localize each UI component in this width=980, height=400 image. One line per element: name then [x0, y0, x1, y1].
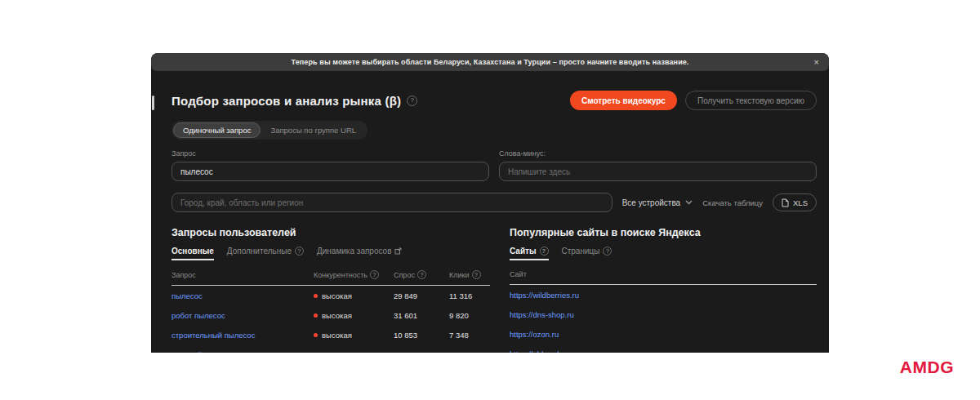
tab-sites[interactable]: Сайты ?: [510, 247, 549, 260]
demand-value: 29 849: [394, 291, 444, 300]
download-table-label: Скачать таблицу: [702, 198, 763, 207]
col-site: Сайт: [510, 270, 527, 278]
title-wrap: Подбор запросов и анализ рынка (β) ?: [172, 94, 417, 108]
query-link[interactable]: строительный пылесос: [172, 331, 309, 340]
queries-table-header: Запрос Конкурентность ? Спрос ? Клики ?: [172, 270, 490, 286]
tab-pages[interactable]: Страницы ?: [562, 247, 612, 260]
queries-section-title: Запросы пользователей: [172, 227, 490, 238]
clicks-value: 9 820: [449, 311, 490, 320]
clicks-value: 11 316: [449, 291, 490, 300]
tab-main-queries[interactable]: Основные: [172, 247, 214, 260]
tab-pages-label: Страницы: [562, 247, 600, 256]
table-row: https://wildberries.ru: [510, 285, 817, 304]
help-icon[interactable]: ?: [407, 96, 417, 106]
competition-cell: высокая: [314, 291, 389, 300]
watch-video-button[interactable]: Смотреть видеокурс: [570, 91, 677, 110]
xls-download-button[interactable]: XLS: [773, 193, 817, 211]
col-competition-label: Конкурентность: [314, 271, 368, 279]
region-row: Все устройства Скачать таблицу XLS: [172, 193, 817, 212]
tab-additional-queries[interactable]: Дополнительные ?: [227, 247, 304, 260]
query-form: Запрос Слова-минус:: [172, 149, 817, 181]
demand-value: 31 601: [394, 311, 444, 320]
sites-table-header: Сайт: [510, 270, 817, 285]
col-demand: Спрос ?: [394, 270, 444, 279]
devices-value: Все устройства: [622, 198, 681, 207]
popular-sites-section: Популярные сайты в поиске Яндекса Сайты …: [510, 227, 817, 353]
text-version-button[interactable]: Получить текстовую версию: [685, 91, 817, 110]
query-input[interactable]: [172, 162, 489, 181]
demand-value: 15 229: [394, 350, 444, 353]
table-row: моющий пылесос высокая 15 229 6 250: [172, 344, 490, 353]
table-row: пылесос высокая 29 849 11 316: [172, 286, 490, 305]
site-link[interactable]: https://wildberries.ru: [510, 291, 579, 300]
tab-query-dynamics[interactable]: Динамика запросов: [317, 247, 403, 260]
amdg-logo: AMDG: [900, 358, 954, 377]
competition-cell: высокая: [314, 331, 389, 340]
query-link[interactable]: моющий пылесос: [172, 350, 309, 353]
header-row: Подбор запросов и анализ рынка (β) ? Смо…: [172, 91, 817, 110]
competition-value: высокая: [322, 311, 352, 320]
user-queries-section: Запросы пользователей Основные Дополните…: [172, 227, 490, 353]
tab-sites-label: Сайты: [510, 247, 537, 256]
table-row: https://dns-shop.ru: [510, 304, 817, 324]
xls-label: XLS: [793, 198, 808, 207]
tab-additional-label: Дополнительные: [227, 247, 292, 256]
status-dot: [314, 333, 318, 337]
tab-main-label: Основные: [172, 247, 214, 256]
tab-url-group[interactable]: Запросы по группе URL: [261, 122, 366, 138]
devices-dropdown[interactable]: Все устройства: [622, 198, 693, 207]
question-icon: ?: [295, 247, 304, 256]
notice-text: Теперь вы можете выбирать области Белару…: [292, 58, 689, 66]
question-icon[interactable]: ?: [472, 270, 481, 279]
page-title: Подбор запросов и анализ рынка (β): [172, 94, 401, 108]
queries-tabs: Основные Дополнительные ? Динамика запро…: [172, 247, 490, 260]
query-link[interactable]: робот пылесос: [172, 311, 309, 320]
col-competition: Конкурентность ?: [314, 270, 389, 279]
document-icon: [782, 198, 789, 207]
col-demand-label: Спрос: [394, 271, 415, 279]
clicks-value: 7 348: [449, 331, 490, 340]
table-row: строительный пылесос высокая 10 853 7 34…: [172, 325, 490, 344]
competition-value: высокая: [322, 291, 352, 300]
question-icon: ?: [603, 247, 612, 256]
tab-single-query[interactable]: Одиночный запрос: [173, 122, 261, 138]
table-row: https://ozon.ru: [510, 324, 817, 344]
demand-value: 10 853: [394, 331, 444, 340]
notice-banner: Теперь вы можете выбирать области Белару…: [151, 53, 829, 71]
minus-words-field-group: Слова-минус:: [499, 149, 817, 181]
competition-cell: высокая: [314, 311, 389, 320]
close-icon[interactable]: ×: [814, 58, 819, 67]
status-dot: [314, 294, 318, 298]
competition-value: высокая: [322, 350, 352, 353]
site-link[interactable]: https://eldorado.ru: [510, 349, 572, 353]
question-icon: ?: [540, 247, 549, 256]
scrollbar-thumb[interactable]: [152, 96, 154, 110]
competition-cell: высокая: [314, 350, 389, 353]
external-link-icon: [394, 247, 402, 255]
chevron-down-icon: [685, 200, 693, 205]
status-dot: [314, 313, 318, 318]
results-columns: Запросы пользователей Основные Дополните…: [172, 227, 817, 353]
header-actions: Смотреть видеокурс Получить текстовую ве…: [570, 91, 817, 110]
tab-dynamics-label: Динамика запросов: [317, 247, 392, 256]
page: Теперь вы можете выбирать области Белару…: [0, 0, 980, 400]
panel-content: Подбор запросов и анализ рынка (β) ? Смо…: [151, 91, 829, 353]
region-input[interactable]: [172, 193, 612, 212]
site-link[interactable]: https://ozon.ru: [510, 330, 559, 339]
col-query: Запрос: [172, 271, 309, 279]
col-clicks: Клики ?: [449, 270, 490, 279]
query-link[interactable]: пылесос: [172, 291, 309, 300]
sites-tabs: Сайты ? Страницы ?: [510, 247, 817, 260]
status-dot: [314, 353, 318, 353]
table-row: https://eldorado.ru: [510, 344, 817, 353]
site-link[interactable]: https://dns-shop.ru: [510, 310, 574, 319]
wordstat-panel: Теперь вы можете выбирать области Белару…: [151, 53, 829, 353]
question-icon[interactable]: ?: [417, 270, 426, 279]
mode-tabs: Одиночный запрос Запросы по группе URL: [172, 121, 368, 140]
query-label: Запрос: [172, 149, 489, 158]
query-field-group: Запрос: [172, 149, 489, 181]
sites-section-title: Популярные сайты в поиске Яндекса: [510, 227, 817, 238]
question-icon[interactable]: ?: [370, 270, 379, 279]
table-row: робот пылесос высокая 31 601 9 820: [172, 305, 490, 325]
minus-words-input[interactable]: [499, 162, 817, 181]
